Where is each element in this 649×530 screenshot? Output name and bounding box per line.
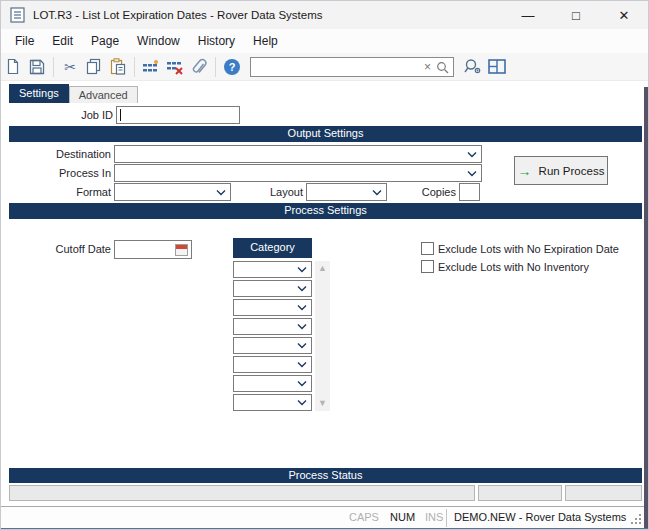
- category-select-7[interactable]: [233, 375, 312, 392]
- run-process-button[interactable]: → Run Process: [514, 156, 608, 185]
- close-button[interactable]: ✕: [600, 1, 648, 29]
- text-caret: [120, 109, 121, 121]
- maximize-button[interactable]: □: [552, 1, 600, 29]
- tab-settings[interactable]: Settings: [9, 84, 69, 103]
- destination-select[interactable]: [114, 145, 482, 163]
- window-right-edge: [644, 87, 648, 530]
- menu-page[interactable]: Page: [82, 31, 128, 51]
- layout-label: Layout: [253, 186, 303, 198]
- copies-input[interactable]: [459, 183, 480, 201]
- grid-delete-row-icon[interactable]: [164, 57, 186, 77]
- exclude-no-expiration-checkbox[interactable]: [421, 242, 434, 255]
- copies-label: Copies: [406, 186, 456, 198]
- save-icon[interactable]: [26, 57, 48, 77]
- menu-file[interactable]: File: [6, 31, 43, 51]
- job-id-label: Job ID: [21, 109, 113, 121]
- status-bar: CAPS NUM INS DEMO.NEW - Rover Data Syste…: [1, 506, 648, 528]
- ins-indicator: INS: [425, 511, 443, 523]
- category-select-4[interactable]: [233, 318, 312, 335]
- search-magnifier-icon[interactable]: [436, 61, 449, 74]
- cutoff-date-label: Cutoff Date: [21, 243, 111, 255]
- grid-add-row-icon[interactable]: [140, 57, 162, 77]
- minimize-button[interactable]: —: [504, 1, 552, 29]
- status-progress-tertiary: [565, 485, 642, 501]
- layout-select[interactable]: [306, 183, 387, 201]
- category-select-3[interactable]: [233, 299, 312, 316]
- toolbar-separator: [215, 57, 216, 77]
- paste-icon[interactable]: [107, 57, 129, 77]
- calendar-icon[interactable]: [175, 244, 188, 256]
- scroll-down-icon[interactable]: ▼: [315, 396, 330, 411]
- lookup-icon[interactable]: [462, 57, 484, 77]
- tab-advanced[interactable]: Advanced: [69, 86, 138, 103]
- category-header: Category: [233, 238, 312, 258]
- caps-indicator: CAPS: [349, 511, 379, 523]
- resize-grip[interactable]: [630, 513, 642, 525]
- help-icon[interactable]: ?: [221, 57, 243, 77]
- toolbar-separator: [53, 57, 54, 77]
- run-arrow-icon: →: [518, 163, 532, 179]
- window-title: LOT.R3 - List Lot Expiration Dates - Rov…: [33, 9, 323, 21]
- process-status-header: Process Status: [9, 468, 642, 483]
- exclude-no-expiration-label: Exclude Lots with No Expiration Date: [438, 243, 619, 255]
- category-scrollbar[interactable]: ▲ ▼: [315, 261, 330, 411]
- status-progress-main: [9, 485, 475, 501]
- menu-window[interactable]: Window: [128, 31, 189, 51]
- process-settings-header: Process Settings: [9, 203, 642, 219]
- cut-icon[interactable]: ✂: [59, 57, 81, 77]
- format-label: Format: [21, 186, 111, 198]
- category-select-6[interactable]: [233, 356, 312, 373]
- exclude-no-inventory-checkbox[interactable]: [421, 260, 434, 273]
- new-document-icon[interactable]: [2, 57, 24, 77]
- category-select-5[interactable]: [233, 337, 312, 354]
- exclude-no-inventory-label: Exclude Lots with No Inventory: [438, 261, 589, 273]
- copy-icon[interactable]: [83, 57, 105, 77]
- title-bar: LOT.R3 - List Lot Expiration Dates - Rov…: [1, 1, 648, 29]
- attachment-icon[interactable]: [188, 57, 210, 77]
- window-layout-icon[interactable]: [486, 57, 508, 77]
- connection-context: DEMO.NEW - Rover Data Systems: [454, 511, 626, 523]
- process-in-select[interactable]: [114, 164, 482, 182]
- scroll-up-icon[interactable]: ▲: [315, 261, 330, 276]
- process-in-label: Process In: [21, 167, 111, 179]
- app-window: LOT.R3 - List Lot Expiration Dates - Rov…: [0, 0, 649, 530]
- toolbar: ✂ ? ×: [1, 53, 648, 81]
- toolbar-search: ×: [250, 57, 454, 77]
- category-list: [233, 261, 312, 411]
- menu-bar: File Edit Page Window History Help: [1, 29, 648, 53]
- destination-label: Destination: [21, 148, 111, 160]
- app-report-icon: [10, 7, 25, 23]
- cutoff-date-input[interactable]: [114, 240, 192, 259]
- search-input[interactable]: [254, 59, 414, 75]
- output-settings-header: Output Settings: [9, 126, 642, 142]
- status-progress-secondary: [478, 485, 562, 501]
- category-select-2[interactable]: [233, 280, 312, 297]
- job-id-input[interactable]: [116, 106, 240, 124]
- menu-edit[interactable]: Edit: [43, 31, 82, 51]
- toolbar-separator: [134, 57, 135, 77]
- num-indicator: NUM: [390, 511, 415, 523]
- search-clear-icon[interactable]: ×: [424, 60, 431, 74]
- menu-help[interactable]: Help: [244, 31, 287, 51]
- category-select-8[interactable]: [233, 394, 312, 411]
- statusbar-separator: [446, 509, 447, 527]
- tab-strip: Settings Advanced: [9, 83, 138, 103]
- format-select[interactable]: [114, 183, 231, 201]
- menu-history[interactable]: History: [189, 31, 244, 51]
- run-process-label: Run Process: [539, 165, 605, 177]
- category-select-1[interactable]: [233, 261, 312, 278]
